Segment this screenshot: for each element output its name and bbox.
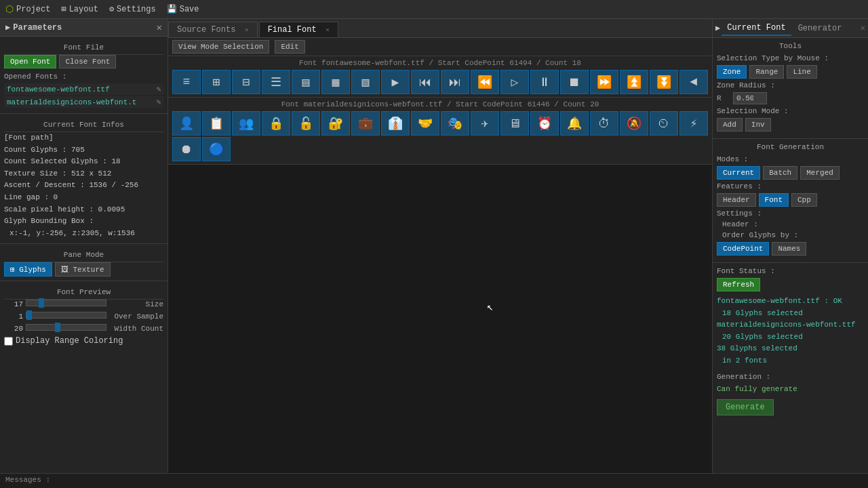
glyph-f1-9[interactable]: ⏮ xyxy=(411,70,439,94)
glyph-f1-13[interactable]: ⏸ xyxy=(530,70,559,94)
glyph-f2-16[interactable]: 🔕 xyxy=(620,111,648,136)
glyph-f1-3[interactable]: ⊟ xyxy=(232,70,260,94)
glyph-f2-14[interactable]: 🔔 xyxy=(560,111,589,136)
font1-name: fontawesome-webfont.ttf xyxy=(7,85,110,94)
glyph-f1-2[interactable]: ⊞ xyxy=(202,70,231,94)
view-mode-button[interactable]: View Mode Selection xyxy=(172,40,269,54)
glyph-f2-13[interactable]: ⏰ xyxy=(530,111,559,136)
glyph-f2-4[interactable]: 🔒 xyxy=(262,111,290,136)
close-font-button[interactable]: Close Font xyxy=(59,55,116,68)
font1-edit-icon[interactable]: ✎ xyxy=(156,85,161,94)
source-fonts-tab[interactable]: Source Fonts ✕ xyxy=(168,22,258,37)
messages-bar: Messages : xyxy=(0,473,868,488)
glyph-f1-7[interactable]: ▧ xyxy=(351,70,380,94)
glyph-f2-6[interactable]: 🔐 xyxy=(321,111,350,136)
line-button[interactable]: Line xyxy=(787,65,816,79)
project-menu[interactable]: ⬡ Project xyxy=(5,3,50,15)
header-feature-button[interactable]: Header xyxy=(717,193,756,207)
glyph-f1-1[interactable]: ≡ xyxy=(172,70,201,94)
codepoint-button[interactable]: CodePoint xyxy=(717,242,769,256)
glyph-f2-15[interactable]: ⏱ xyxy=(590,111,618,136)
current-font-tab[interactable]: Current Font xyxy=(722,21,791,36)
batch-mode-button[interactable]: Batch xyxy=(763,166,797,180)
size-slider[interactable] xyxy=(26,300,106,306)
glyph-f1-10[interactable]: ⏭ xyxy=(441,70,469,94)
glyph-f2-7[interactable]: 💼 xyxy=(351,111,380,136)
zone-button[interactable]: Zone xyxy=(717,65,747,79)
selection-mode-row: Selection Mode : xyxy=(717,107,864,115)
final-font-tab[interactable]: Final Font ✕ xyxy=(259,22,338,37)
header-settings-label: Header : xyxy=(717,220,758,228)
source-fonts-tab-close[interactable]: ✕ xyxy=(245,26,249,34)
glyph-f2-9[interactable]: 🤝 xyxy=(411,111,439,136)
oversample-slider[interactable] xyxy=(26,312,106,319)
right-panel-close[interactable]: ✕ xyxy=(861,23,865,33)
glyph-f1-11[interactable]: ⏪ xyxy=(471,70,499,94)
generate-button[interactable]: Generate xyxy=(717,399,774,415)
glyph-f2-11[interactable]: ✈ xyxy=(471,111,499,136)
count-selected: Count Selected Glyphs : 18 xyxy=(4,156,163,168)
glyph-f2-5[interactable]: 🔓 xyxy=(292,111,320,136)
parameters-close[interactable]: ✕ xyxy=(157,23,162,33)
glyph-f2-2[interactable]: 📋 xyxy=(202,111,231,136)
font-item-2[interactable]: materialdesignicons-webfont.t ✎ xyxy=(4,96,163,108)
open-font-button[interactable]: Open Font xyxy=(4,55,56,68)
zone-radius-input[interactable] xyxy=(733,92,767,104)
current-mode-button[interactable]: Current xyxy=(717,166,760,180)
r-label: R xyxy=(717,94,730,102)
inv-button[interactable]: Inv xyxy=(745,118,771,131)
status-total: 38 Glyphs selected xyxy=(717,343,864,355)
font-feature-button[interactable]: Font xyxy=(759,193,789,207)
parameters-header: ▶ Parameters ✕ xyxy=(0,19,167,37)
glyph-f2-17[interactable]: ⏲ xyxy=(650,111,678,136)
glyph-f2-10[interactable]: 🎭 xyxy=(441,111,469,136)
save-menu[interactable]: 💾 Save xyxy=(167,4,199,14)
glyph-f1-6[interactable]: ▦ xyxy=(321,70,350,94)
oversample-slider-container xyxy=(26,312,106,321)
glyph-f1-8[interactable]: ▶ xyxy=(381,70,410,94)
glyph-f1-16[interactable]: ⏫ xyxy=(620,70,648,94)
refresh-button[interactable]: Refresh xyxy=(717,278,760,291)
glyph-f2-20[interactable]: 🔵 xyxy=(202,137,231,161)
glyph-f1-4[interactable]: ☰ xyxy=(262,70,290,94)
font-file-title: Font File xyxy=(4,41,163,55)
merged-mode-button[interactable]: Merged xyxy=(800,166,840,180)
final-font-tab-close[interactable]: ✕ xyxy=(326,26,330,34)
generator-tab[interactable]: Generator xyxy=(793,22,848,35)
glyph-f2-12[interactable]: 🖥 xyxy=(500,111,529,136)
width-count-value: 20 xyxy=(4,325,23,333)
glyph-f1-14[interactable]: ⏹ xyxy=(560,70,589,94)
layout-menu[interactable]: ⊞ Layout xyxy=(61,4,98,14)
glyphs-pane-button[interactable]: ⊞ Glyphs xyxy=(4,262,52,277)
oversample-value: 1 xyxy=(4,312,23,321)
glyph-f2-18[interactable]: ⚡ xyxy=(679,111,708,136)
display-range-checkbox[interactable] xyxy=(4,337,13,346)
font-item-1[interactable]: fontawesome-webfont.ttf ✎ xyxy=(4,83,163,95)
glyph-f2-19[interactable]: ⏺ xyxy=(172,137,201,161)
texture-pane-button[interactable]: 🖼 Texture xyxy=(55,262,111,277)
ascent-descent: Ascent / Descent : 1536 / -256 xyxy=(4,180,163,192)
settings-menu[interactable]: ⚙ Settings xyxy=(109,4,156,14)
title-bar: ⬡ Project ⊞ Layout ⚙ Settings 💾 Save xyxy=(0,0,868,19)
font1-strip: Font fontawesome-webfont.ttf / Start Cod… xyxy=(168,56,712,98)
glyph-f1-17[interactable]: ⏬ xyxy=(650,70,678,94)
order-glyphs-label: Order Glyphs by : xyxy=(717,231,864,239)
width-count-slider[interactable] xyxy=(26,324,106,331)
glyph-f2-1[interactable]: 👤 xyxy=(172,111,201,136)
glyph-f2-8[interactable]: 👔 xyxy=(381,111,410,136)
range-button[interactable]: Range xyxy=(749,65,784,79)
glyph-f1-12[interactable]: ▷ xyxy=(500,70,529,94)
edit-button[interactable]: Edit xyxy=(275,40,304,54)
glyph-f2-3[interactable]: 👥 xyxy=(232,111,260,136)
glyph-f1-18[interactable]: ◄ xyxy=(679,70,708,94)
cpp-feature-button[interactable]: Cpp xyxy=(791,193,817,207)
settings-label: Settings xyxy=(117,5,156,14)
glyph-f1-5[interactable]: ▤ xyxy=(292,70,320,94)
font2-edit-icon[interactable]: ✎ xyxy=(156,98,161,106)
names-button[interactable]: Names xyxy=(772,242,806,256)
width-count-row: 20 Width Count xyxy=(4,324,163,333)
glyph-f1-15[interactable]: ⏩ xyxy=(590,70,618,94)
add-button[interactable]: Add xyxy=(717,118,743,131)
status-font1-glyphs-text: 18 Glyphs selected xyxy=(722,309,803,317)
zone-radius-row: Zone Radius : xyxy=(717,81,864,89)
